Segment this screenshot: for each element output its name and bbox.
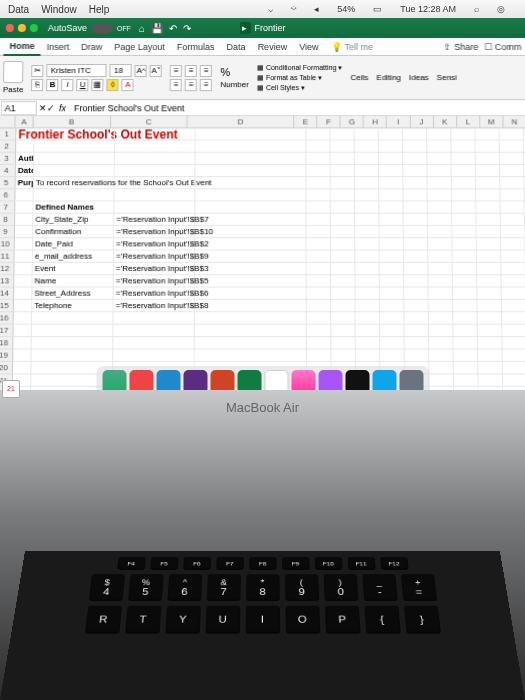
cell[interactable] (404, 325, 429, 336)
cell[interactable] (429, 288, 454, 299)
cell[interactable] (478, 325, 503, 336)
cell[interactable] (113, 325, 195, 336)
cell[interactable] (331, 226, 355, 237)
cell[interactable] (452, 189, 476, 200)
cell[interactable] (428, 251, 452, 262)
cell[interactable] (195, 141, 306, 152)
cell[interactable] (331, 177, 355, 188)
undo-icon[interactable]: ↶ (169, 22, 177, 33)
cell[interactable] (355, 238, 379, 249)
tab-insert[interactable]: Insert (41, 38, 76, 54)
cell[interactable] (500, 165, 524, 176)
editing-group[interactable]: Editing (376, 73, 401, 82)
cell[interactable] (34, 128, 115, 139)
cell[interactable]: Purpose (16, 177, 34, 188)
cell[interactable] (114, 189, 195, 200)
cell[interactable]: ='Reservation Input'!$B$7 (114, 214, 195, 225)
cell[interactable] (114, 201, 195, 212)
cell[interactable] (379, 128, 403, 139)
cell[interactable] (500, 141, 524, 152)
cell[interactable] (405, 349, 430, 360)
select-all[interactable] (0, 116, 16, 127)
cell[interactable] (452, 238, 476, 249)
cell[interactable] (502, 300, 525, 311)
cell[interactable] (34, 189, 115, 200)
cell[interactable] (195, 288, 307, 299)
ideas-group[interactable]: Ideas (409, 73, 429, 82)
cell[interactable] (452, 165, 476, 176)
row-16[interactable]: 16 (0, 312, 14, 324)
cell[interactable] (427, 165, 451, 176)
name-box[interactable]: A1 (1, 101, 37, 115)
cell[interactable] (307, 226, 331, 237)
cell[interactable] (113, 349, 195, 360)
cell[interactable] (428, 201, 452, 212)
row-11[interactable]: 11 (0, 251, 15, 263)
cell[interactable] (427, 128, 451, 139)
cell[interactable] (403, 201, 427, 212)
cell[interactable] (403, 153, 427, 164)
cell[interactable] (476, 214, 500, 225)
cell[interactable] (195, 251, 307, 262)
cell[interactable] (501, 238, 525, 249)
align-right[interactable]: ≡ (200, 79, 212, 91)
cell[interactable] (195, 238, 306, 249)
cell[interactable] (355, 226, 379, 237)
cell[interactable] (404, 312, 429, 323)
cell[interactable] (307, 337, 331, 348)
cell[interactable]: Date (16, 165, 34, 176)
cell[interactable]: ='Reservation Input'!$B$6 (114, 288, 195, 299)
cell[interactable]: Author (16, 153, 34, 164)
cell[interactable] (195, 189, 306, 200)
cell[interactable] (428, 214, 452, 225)
cell[interactable] (453, 275, 477, 286)
cell[interactable] (502, 325, 525, 336)
col-m[interactable]: M (480, 116, 503, 127)
cell[interactable]: Confirmation (33, 226, 114, 237)
align-bot[interactable]: ≡ (200, 65, 212, 77)
cell[interactable] (404, 300, 429, 311)
cell[interactable] (355, 128, 379, 139)
cell[interactable] (429, 300, 454, 311)
cell[interactable] (306, 189, 330, 200)
col-f[interactable]: F (318, 116, 341, 127)
cell[interactable]: ='Reservation Input'!$B$5 (114, 275, 195, 286)
cell[interactable] (16, 141, 34, 152)
cell[interactable] (453, 325, 478, 336)
row-20[interactable]: 20 (0, 362, 13, 374)
cell[interactable] (453, 251, 477, 262)
cell[interactable] (475, 128, 499, 139)
cell[interactable] (429, 362, 454, 373)
cell[interactable] (307, 288, 331, 299)
cell[interactable] (34, 141, 115, 152)
cell[interactable] (379, 165, 403, 176)
cell[interactable] (404, 226, 428, 237)
cell[interactable] (501, 226, 525, 237)
cell[interactable] (195, 226, 306, 237)
cell[interactable]: Frontier School's Out Event (16, 128, 34, 139)
cell[interactable] (306, 141, 330, 152)
cell[interactable] (15, 251, 33, 262)
row-4[interactable]: 4 (0, 165, 16, 177)
cell[interactable] (502, 275, 525, 286)
autosave-toggle[interactable] (91, 23, 113, 33)
cell[interactable] (428, 275, 452, 286)
cell[interactable] (501, 251, 525, 262)
cell[interactable] (307, 251, 331, 262)
cell[interactable] (451, 153, 475, 164)
cell[interactable] (428, 238, 452, 249)
cell[interactable] (331, 189, 355, 200)
row-12[interactable]: 12 (0, 263, 15, 275)
row-14[interactable]: 14 (0, 288, 14, 300)
cell[interactable] (331, 263, 355, 274)
siri-icon[interactable]: ◎ (497, 4, 505, 14)
cell[interactable] (13, 362, 32, 373)
cell[interactable] (453, 263, 477, 274)
col-l[interactable]: L (457, 116, 480, 127)
col-a[interactable]: A (16, 116, 34, 127)
cell[interactable] (307, 300, 331, 311)
cell[interactable] (454, 349, 479, 360)
italic-button[interactable]: I (62, 79, 74, 91)
cell[interactable] (403, 141, 427, 152)
cell[interactable] (331, 312, 355, 323)
